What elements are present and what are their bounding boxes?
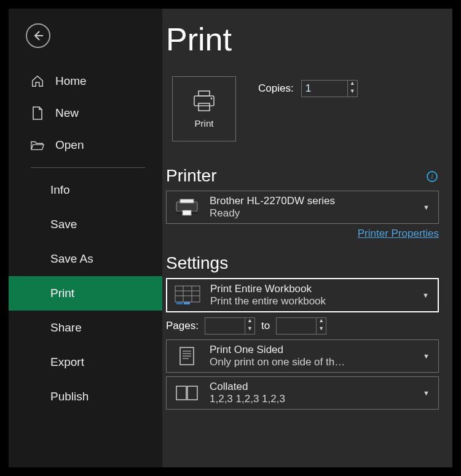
print-what-dropdown[interactable]: Print Entire Workbook Print the entire w… — [166, 278, 439, 312]
print-action-row: Print Copies: ▲ ▼ — [172, 76, 439, 141]
copies-spinbox[interactable]: ▲ ▼ — [301, 80, 358, 97]
svg-rect-22 — [187, 386, 197, 400]
svg-rect-1 — [199, 91, 210, 96]
printer-dropdown[interactable]: Brother HL-2270DW series Ready ▼ — [166, 191, 439, 224]
svg-rect-21 — [176, 386, 186, 400]
pages-to-input[interactable] — [277, 320, 316, 331]
sides-dropdown[interactable]: Print One Sided Only print on one side o… — [166, 339, 439, 373]
workbook-icon — [173, 284, 202, 307]
backstage-frame: Home New Open Info Save Save As Print Sh… — [9, 9, 452, 467]
sidebar-item-publish[interactable]: Publish — [9, 379, 162, 414]
svg-rect-15 — [184, 302, 190, 304]
sidebar: Home New Open Info Save Save As Print Sh… — [9, 9, 162, 467]
chevron-down-icon: ▼ — [420, 204, 432, 211]
sides-title: Print One Sided — [210, 344, 412, 356]
collated-icon — [173, 381, 201, 405]
chevron-down-icon: ▼ — [420, 352, 432, 360]
print-what-sub: Print the entire workbook — [210, 295, 411, 307]
sidebar-item-export[interactable]: Export — [9, 345, 162, 379]
printer-icon — [192, 90, 216, 112]
printer-device-icon — [173, 196, 201, 219]
sidebar-item-label: Open — [55, 138, 84, 152]
pages-from-spinbox[interactable]: ▲▼ — [205, 317, 255, 335]
copies-step-down[interactable]: ▼ — [348, 89, 357, 97]
sidebar-item-save[interactable]: Save — [9, 207, 162, 242]
sidebar-item-label: Home — [55, 74, 87, 88]
svg-rect-3 — [199, 103, 210, 111]
info-icon[interactable]: i — [427, 171, 438, 182]
sides-sub: Only print on one side of th… — [210, 356, 412, 368]
sidebar-item-open[interactable]: Open — [9, 129, 162, 161]
sidebar-item-home[interactable]: Home — [9, 65, 162, 97]
printer-name: Brother HL-2270DW series — [210, 195, 412, 207]
chevron-down-icon: ▼ — [420, 389, 432, 397]
new-file-icon — [30, 106, 45, 121]
print-button-label: Print — [195, 118, 214, 129]
printer-heading: Printer — [166, 166, 216, 186]
copies-group: Copies: ▲ ▼ — [258, 80, 358, 97]
svg-rect-6 — [180, 199, 194, 203]
pages-label: Pages: — [166, 320, 199, 332]
sidebar-separator — [31, 167, 145, 168]
svg-rect-2 — [194, 96, 214, 106]
printer-properties-link[interactable]: Printer Properties — [358, 228, 439, 239]
pages-from-down[interactable]: ▼ — [245, 326, 254, 334]
sidebar-item-print[interactable]: Print — [9, 276, 162, 311]
pages-from-input[interactable] — [205, 320, 245, 331]
printer-status: Ready — [210, 207, 412, 220]
home-icon — [30, 74, 45, 88]
main-panel: Print Print Copies: ▲ ▼ — [162, 9, 452, 467]
page-title: Print — [166, 21, 439, 58]
arrow-left-icon — [32, 30, 44, 42]
collate-title: Collated — [210, 381, 412, 393]
folder-open-icon — [30, 139, 45, 151]
collate-dropdown[interactable]: Collated 1,2,3 1,2,3 1,2,3 ▼ — [166, 376, 439, 410]
pages-to-label: to — [261, 320, 270, 332]
sidebar-item-new[interactable]: New — [9, 97, 162, 129]
print-what-title: Print Entire Workbook — [210, 283, 411, 295]
copies-label: Copies: — [258, 82, 294, 95]
sidebar-item-label: New — [55, 106, 79, 120]
one-sided-icon — [173, 344, 201, 368]
settings-heading: Settings — [166, 253, 439, 273]
print-button[interactable]: Print — [172, 76, 236, 141]
sidebar-item-share[interactable]: Share — [9, 311, 162, 345]
sidebar-item-saveas[interactable]: Save As — [9, 242, 162, 276]
pages-row: Pages: ▲▼ to ▲▼ — [166, 317, 439, 335]
pages-to-spinbox[interactable]: ▲▼ — [276, 317, 326, 335]
sidebar-item-info[interactable]: Info — [9, 173, 162, 207]
collate-sub: 1,2,3 1,2,3 1,2,3 — [210, 393, 412, 405]
copies-input[interactable] — [302, 82, 347, 95]
svg-point-4 — [211, 97, 213, 99]
svg-rect-8 — [183, 210, 191, 215]
back-button[interactable] — [26, 23, 50, 48]
svg-rect-14 — [176, 302, 183, 304]
svg-rect-9 — [175, 286, 200, 302]
pages-to-down[interactable]: ▼ — [317, 326, 326, 334]
chevron-down-icon: ▼ — [420, 292, 431, 299]
